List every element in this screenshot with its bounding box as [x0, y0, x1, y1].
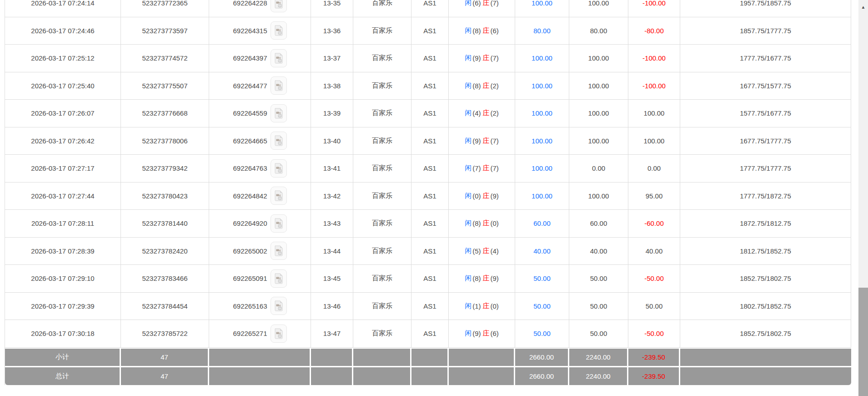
video-file-icon [274, 0, 283, 9]
balance-before-after: 1872.75/1812.75 [740, 219, 791, 227]
cell-period: 13-40 [311, 127, 353, 155]
video-button[interactable] [271, 187, 287, 205]
cell-valid-amount: 100.00 [569, 100, 628, 127]
cell-valid-amount: 50.00 [569, 320, 628, 348]
table-row: 2026-03-17 07:26:07 523273776668 6922645… [5, 100, 851, 127]
cell-bet-amount[interactable]: 80.00 [515, 17, 569, 45]
cell-balance: 1777.75/1677.75 [680, 45, 851, 72]
period-no: 13-40 [323, 137, 341, 145]
video-file-icon [274, 80, 283, 91]
bet-amount-link[interactable]: 50.00 [533, 302, 551, 310]
cell-valid-amount: 50.00 [569, 293, 628, 320]
bet-amount-link[interactable]: 60.00 [533, 219, 551, 227]
bet-time: 2026-03-17 07:24:14 [31, 0, 94, 7]
cell-bet-amount[interactable]: 100.00 [515, 72, 569, 100]
bet-amount-link[interactable]: 80.00 [533, 27, 551, 35]
bet-amount-link[interactable]: 100.00 [532, 82, 552, 90]
order-no: 523273780423 [142, 192, 187, 200]
cell-video-no: 692264665 [209, 127, 311, 155]
valid-amount: 40.00 [590, 247, 607, 255]
video-button[interactable] [271, 214, 287, 233]
cell-bet-amount[interactable]: 50.00 [515, 293, 569, 320]
cell-bet-amount[interactable]: 100.00 [515, 183, 569, 210]
video-button[interactable] [271, 132, 287, 150]
cell-balance: 1677.75/1777.75 [680, 127, 851, 155]
balance-before-after: 1852.75/1802.75 [740, 274, 791, 282]
summary-valid-total: 2240.00 [586, 353, 610, 361]
cell-summary-count: 47 [121, 349, 209, 366]
cell-balance: 1802.75/1852.75 [680, 293, 851, 320]
balance-before-after: 1852.75/1802.75 [740, 330, 791, 337]
video-file-icon [274, 218, 283, 229]
cell-period: 13-37 [311, 45, 353, 72]
banker-label: 庄 [483, 54, 490, 62]
order-no: 523273776668 [142, 109, 187, 117]
cell-winloss: -50.00 [628, 320, 680, 348]
cell-bet-amount[interactable]: 60.00 [515, 210, 569, 238]
bet-amount-link[interactable]: 40.00 [533, 247, 551, 255]
game-type: 百家乐 [372, 26, 392, 35]
cell-table-name: AS1 [411, 238, 449, 265]
video-button[interactable] [271, 269, 287, 288]
cell-game-result: 闲(8) 庄(6) [449, 17, 515, 45]
cell-game-result: 闲(8) 庄(9) [449, 265, 515, 293]
bet-amount-link[interactable]: 100.00 [532, 192, 552, 200]
scrollbar-thumb[interactable] [858, 288, 868, 396]
period-no: 13-46 [323, 302, 341, 310]
vertical-scrollbar[interactable]: ▲ [858, 0, 868, 396]
video-button[interactable] [271, 325, 287, 343]
balance-before-after: 1857.75/1777.75 [740, 27, 791, 35]
cell-bet-amount[interactable]: 100.00 [515, 45, 569, 72]
cell-game-type: 百家乐 [353, 210, 411, 238]
valid-amount: 100.00 [588, 82, 609, 90]
cell-bet-amount[interactable]: 100.00 [515, 155, 569, 183]
cell-order-no: 523273778006 [121, 127, 209, 155]
game-type: 百家乐 [372, 164, 392, 173]
cell-bet-amount[interactable]: 100.00 [515, 127, 569, 155]
table-row: 2026-03-17 07:30:18 523273785722 6922652… [5, 320, 851, 348]
bet-amount-link[interactable]: 100.00 [532, 0, 552, 7]
bet-time: 2026-03-17 07:24:46 [31, 27, 94, 35]
cell-bet-time: 2026-03-17 07:25:12 [5, 45, 121, 72]
cell-bet-amount[interactable]: 40.00 [515, 238, 569, 265]
video-no: 692264842 [233, 192, 267, 200]
video-button[interactable] [271, 159, 287, 178]
bet-amount-link[interactable]: 100.00 [532, 137, 552, 145]
video-button[interactable] [271, 76, 287, 95]
player-point: (9) [472, 54, 481, 62]
video-button[interactable] [271, 104, 287, 122]
valid-amount: 100.00 [588, 0, 609, 7]
video-button[interactable] [271, 242, 287, 260]
player-label: 闲 [465, 329, 472, 338]
video-button[interactable] [271, 49, 287, 67]
cell-bet-amount[interactable]: 50.00 [515, 265, 569, 293]
video-button[interactable] [271, 297, 287, 315]
cell-video-no: 692264763 [209, 155, 311, 183]
bet-amount-link[interactable]: 100.00 [532, 109, 552, 117]
bet-amount-link[interactable]: 100.00 [532, 164, 552, 172]
scroll-up-button[interactable]: ▲ [858, 0, 868, 14]
cell-winloss: -60.00 [628, 210, 680, 238]
table-name: AS1 [423, 192, 436, 200]
cell-bet-amount[interactable]: 100.00 [515, 100, 569, 127]
video-button[interactable] [271, 0, 287, 12]
table-name: AS1 [423, 0, 436, 7]
bet-amount-link[interactable]: 50.00 [533, 274, 551, 282]
cell-bet-amount[interactable]: 50.00 [515, 320, 569, 348]
cell-bet-time: 2026-03-17 07:26:07 [5, 100, 121, 127]
bet-amount-link[interactable]: 100.00 [532, 54, 552, 62]
summary-label: 小计 [55, 353, 69, 361]
cell-bet-amount[interactable]: 100.00 [515, 0, 569, 17]
banker-point: (9) [491, 274, 499, 282]
video-no: 692264315 [233, 27, 267, 35]
period-no: 13-37 [323, 54, 341, 62]
valid-amount: 50.00 [590, 274, 607, 282]
bet-amount-link[interactable]: 50.00 [533, 330, 551, 337]
cell-summary-bet: 2660.00 [515, 349, 569, 366]
cell-game-type: 百家乐 [353, 238, 411, 265]
bet-time: 2026-03-17 07:25:12 [31, 54, 94, 62]
player-point: (1) [472, 302, 481, 310]
game-type: 百家乐 [372, 219, 392, 228]
player-point: (6) [472, 0, 481, 7]
video-button[interactable] [271, 21, 287, 40]
